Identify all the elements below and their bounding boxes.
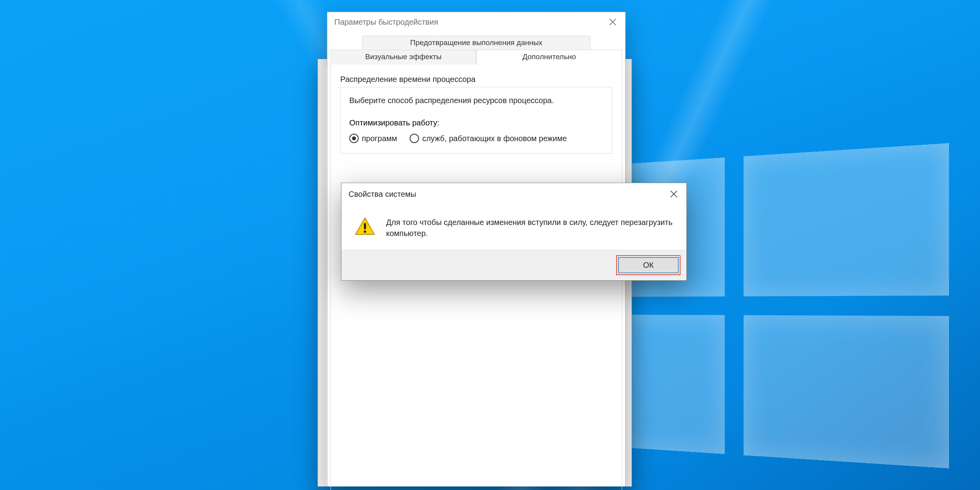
radio-programs[interactable]: программ <box>349 134 397 143</box>
close-icon <box>609 18 616 25</box>
radio-icon <box>349 134 359 143</box>
processor-scheduling-desc: Выберите способ распределения ресурсов п… <box>349 96 603 105</box>
window-title: Параметры быстродействия <box>334 18 438 27</box>
optimize-label: Оптимизировать работу: <box>349 118 603 127</box>
radio-background-services[interactable]: служб, работающих в фоновом режиме <box>410 134 567 143</box>
tab-dep[interactable]: Предотвращение выполнения данных <box>362 36 591 50</box>
svg-rect-5 <box>364 223 366 229</box>
warning-icon <box>355 216 375 239</box>
tab-visual-effects[interactable]: Визуальные эффекты <box>330 50 476 65</box>
radio-programs-label: программ <box>362 134 397 143</box>
tab-advanced[interactable]: Дополнительно <box>476 50 622 65</box>
restart-required-dialog: Свойства системы Для того чтобы сделанны… <box>341 183 687 281</box>
dialog-title: Свойства системы <box>348 190 416 199</box>
processor-scheduling-group: Выберите способ распределения ресурсов п… <box>340 87 612 154</box>
close-icon <box>670 191 677 198</box>
dialog-titlebar[interactable]: Свойства системы <box>341 183 686 205</box>
titlebar[interactable]: Параметры быстродействия <box>327 12 625 32</box>
processor-scheduling-title: Распределение времени процессора <box>340 75 612 84</box>
close-button[interactable] <box>600 12 625 32</box>
dialog-close-button[interactable] <box>661 184 686 204</box>
svg-point-6 <box>364 230 366 233</box>
radio-icon <box>410 134 419 143</box>
dialog-message: Для того чтобы сделанные изменения вступ… <box>386 216 674 239</box>
ok-button[interactable]: ОК <box>618 257 679 273</box>
radio-services-label: служб, работающих в фоновом режиме <box>422 134 567 143</box>
